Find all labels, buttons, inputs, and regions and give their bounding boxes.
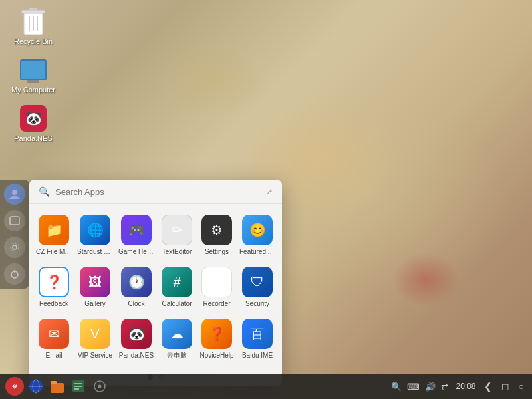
- app-label-security: Security: [245, 300, 269, 308]
- app-item-novice-help[interactable]: ❓NoviceHelp: [198, 315, 235, 364]
- left-sidebar: [0, 180, 29, 289]
- taskbar-settings-btn[interactable]: [90, 377, 109, 396]
- app-menu: 🔍 ↗ 📁CZ File Man...🌐Stardust Br...🎮Game …: [29, 180, 282, 386]
- taskbar-start-btn[interactable]: ❋: [5, 377, 24, 396]
- taskbar-editor-btn[interactable]: [69, 377, 88, 396]
- app-label-recorder: Recorder: [203, 300, 230, 308]
- editor-icon: [71, 379, 86, 394]
- app-icon-baidu-ime: 百: [242, 319, 273, 349]
- app-item-settings[interactable]: ⚙Settings: [198, 211, 235, 260]
- app-icon-feedback: ❓: [39, 267, 69, 297]
- app-label-featured-app: Featured App: [239, 248, 275, 256]
- app-item-recorder[interactable]: 🎙Recorder: [198, 263, 235, 312]
- taskbar-files-btn[interactable]: [48, 377, 66, 396]
- taskbar-left: ❋: [5, 377, 391, 396]
- desktop-icon-recycle-bin[interactable]: Recycle Bin: [7, 5, 60, 49]
- app-icon-clock: 🕐: [121, 267, 152, 297]
- taskbar-volume-icon[interactable]: 🔊: [425, 382, 436, 392]
- app-icon-text-editor: ✏: [162, 215, 192, 245]
- app-label-feedback: Feedback: [39, 300, 68, 308]
- app-label-email: Email: [45, 352, 62, 360]
- svg-rect-2: [29, 8, 37, 11]
- app-item-panda-nes[interactable]: 🐼Panda.NES: [117, 315, 156, 364]
- app-label-text-editor: TextEditor: [162, 248, 192, 256]
- app-label-game-helper: Game Helper: [118, 248, 154, 256]
- app-item-email[interactable]: ✉Email: [35, 315, 73, 364]
- app-item-clock[interactable]: 🕐Clock: [117, 263, 156, 312]
- app-label-baidu-ime: Baidu IME: [242, 352, 273, 360]
- app-item-stardust-br[interactable]: 🌐Stardust Br...: [76, 211, 114, 260]
- app-label-settings: Settings: [205, 248, 229, 256]
- taskbar-browser-btn[interactable]: [27, 377, 45, 396]
- desktop: Recycle Bin My Computer 🐼 Panda.NES: [0, 0, 532, 399]
- app-item-security[interactable]: 🛡Security: [238, 263, 277, 312]
- svg-text:❋: ❋: [12, 383, 17, 390]
- app-label-panda-nes: Panda.NES: [119, 352, 154, 360]
- settings-gear-icon: [9, 242, 20, 253]
- search-icon: 🔍: [39, 186, 50, 197]
- app-icon-panda-nes: 🐼: [121, 319, 152, 349]
- app-icon-stardust-br: 🌐: [80, 215, 110, 245]
- taskbar-keyboard-icon[interactable]: ⌨: [407, 382, 420, 392]
- app-item-game-helper[interactable]: 🎮Game Helper: [117, 211, 156, 260]
- svg-point-6: [12, 190, 17, 195]
- app-item-vip-service[interactable]: VVIP Service: [76, 315, 114, 364]
- app-item-gallery[interactable]: 🖼Gallery: [76, 263, 114, 312]
- sidebar-btn-settings[interactable]: [4, 237, 25, 258]
- svg-point-9: [11, 243, 19, 251]
- sidebar-btn-power[interactable]: [4, 263, 25, 285]
- app-label-vip-service: VIP Service: [78, 352, 112, 360]
- app-label-cz-file-man: CZ File Man...: [36, 248, 72, 256]
- app-item-calculator[interactable]: #Calculator: [158, 263, 196, 312]
- app-item-cz-file-man[interactable]: 📁CZ File Man...: [35, 211, 73, 260]
- browser-icon: [28, 378, 44, 394]
- expand-icon[interactable]: ↗: [266, 187, 273, 196]
- app-grid: 📁CZ File Man...🌐Stardust Br...🎮Game Help…: [29, 204, 282, 370]
- app-icon-settings: ⚙: [201, 215, 232, 245]
- recycle-bin-label: Recycle Bin: [14, 37, 53, 46]
- my-computer-icon: [20, 57, 47, 83]
- app-label-clock: Clock: [128, 300, 144, 308]
- app-icon-novice-help: ❓: [201, 319, 232, 349]
- app-item-featured-app[interactable]: 😊Featured App: [238, 211, 277, 260]
- app-item-feedback[interactable]: ❓Feedback: [35, 263, 73, 312]
- app-label-novice-help: NoviceHelp: [200, 352, 233, 360]
- recycle-bin-svg: [21, 7, 45, 36]
- app-item-baidu-ime[interactable]: 百Baidu IME: [238, 315, 277, 364]
- app-icon-cloud-pc: ☁: [162, 319, 192, 349]
- power-icon: [9, 269, 20, 279]
- app-menu-header: 🔍 ↗: [29, 180, 282, 204]
- tablet-icon: [9, 215, 20, 226]
- app-label-calculator: Calculator: [162, 300, 192, 308]
- nav-right: ❮ ◻ ○: [481, 380, 527, 393]
- svg-rect-18: [51, 381, 57, 384]
- panda-nes-icon: 🐼: [20, 105, 47, 132]
- nav-window-btn[interactable]: ◻: [499, 380, 512, 393]
- svg-point-24: [98, 385, 102, 388]
- nav-back-btn[interactable]: ❮: [481, 380, 495, 393]
- app-item-cloud-pc[interactable]: ☁云电脑: [158, 315, 196, 364]
- app-icon-security: 🛡: [242, 267, 273, 297]
- app-icon-game-helper: 🎮: [121, 215, 152, 245]
- desktop-icon-my-computer[interactable]: My Computer: [7, 54, 60, 97]
- search-apps-input[interactable]: [55, 187, 266, 197]
- taskbar-network-icon[interactable]: ⇄: [441, 382, 448, 392]
- sidebar-btn-user[interactable]: [4, 184, 25, 205]
- app-icon-calculator: #: [162, 267, 192, 297]
- desktop-icon-panda-nes[interactable]: 🐼 Panda.NES: [7, 102, 60, 146]
- app-label-cloud-pc: 云电脑: [167, 352, 187, 360]
- app-icon-featured-app: 😊: [242, 215, 273, 245]
- app-icon-email: ✉: [39, 319, 69, 349]
- user-avatar-icon: [8, 188, 21, 201]
- svg-rect-7: [10, 217, 19, 225]
- start-icon: ❋: [9, 381, 20, 392]
- taskbar-settings-icon: [93, 380, 106, 393]
- system-clock: 20:08: [456, 382, 476, 391]
- my-computer-label: My Computer: [11, 86, 55, 94]
- recycle-bin-icon: [20, 8, 47, 35]
- sidebar-btn-tablet[interactable]: [4, 210, 25, 231]
- taskbar-search-icon[interactable]: 🔍: [391, 382, 402, 392]
- app-item-text-editor[interactable]: ✏TextEditor: [158, 211, 196, 260]
- nav-home-btn[interactable]: ○: [516, 380, 527, 393]
- svg-rect-17: [51, 383, 64, 393]
